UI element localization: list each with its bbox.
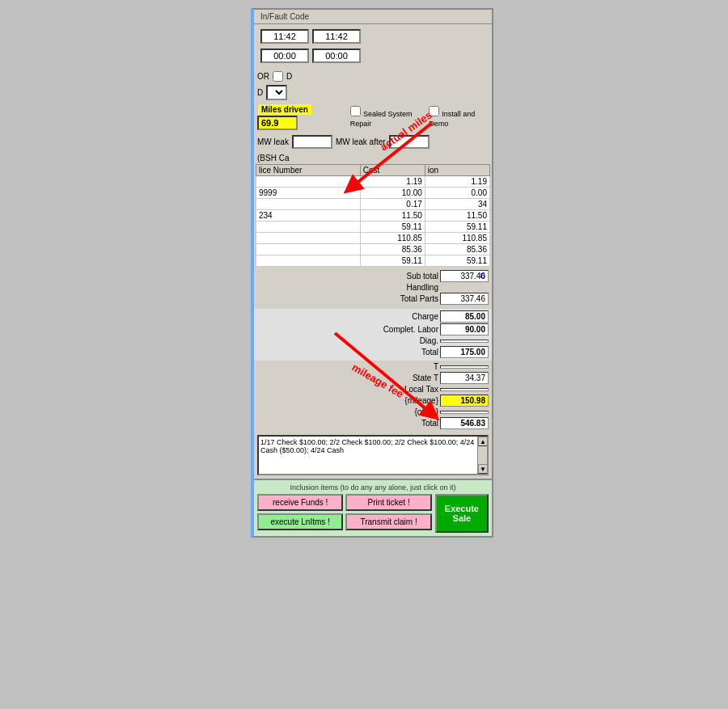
install-checkbox[interactable]: [429, 106, 439, 116]
table-row: 59.11 59.11: [256, 255, 490, 267]
payment-scrollbar[interactable]: ▲ ▼: [477, 437, 487, 474]
cell-num: [256, 199, 361, 210]
subtotal-sub-row: Sub total 337.46 D: [257, 270, 489, 282]
other-row: {other}: [257, 407, 489, 416]
parts-table: lice Number Cost ion 1.19 1.19 9999 10.0…: [256, 164, 490, 267]
t-row: T: [257, 362, 489, 371]
time-input-1[interactable]: [260, 29, 309, 44]
grand-total-value: 546.83: [440, 417, 489, 429]
mw-leak-input[interactable]: [292, 135, 332, 149]
table-row: 1.19 1.19: [256, 176, 490, 188]
other-value: [440, 411, 489, 414]
cell-val: 11.50: [425, 210, 489, 222]
diag-row: Diag.: [257, 336, 489, 345]
payment-section: 1/17 Check $100.00; 2/2 Check $100.00; 2…: [254, 433, 492, 477]
cell-num: [256, 176, 361, 188]
other-label: {other}: [374, 407, 438, 416]
tax-section: T State T 34.37 Local Tax {mileage} 150.…: [254, 361, 492, 432]
labor-total-row: Total 175.00: [257, 346, 489, 358]
execute-linitems-button[interactable]: execute LnItms !: [257, 513, 343, 530]
time-input-4[interactable]: [312, 49, 361, 63]
bottom-row: receive Funds ! Print ticket ! execute L…: [257, 494, 489, 533]
cell-cost: 110.85: [360, 233, 425, 244]
d-badge: D: [480, 272, 486, 280]
col-header-ion: ion: [425, 165, 489, 176]
complete-labor-label: Complet. Labor: [358, 325, 438, 334]
scroll-up-button[interactable]: ▲: [478, 437, 488, 446]
fault-code-label: In/Fault Code: [257, 11, 489, 22]
cell-val: 59.11: [425, 255, 489, 267]
table-row: 9999 10.00 0.00: [256, 188, 490, 199]
print-ticket-button[interactable]: Print ticket !: [345, 494, 431, 511]
handling-value: [440, 287, 489, 289]
table-section: lice Number Cost ion 1.19 1.19 9999 10.0…: [254, 164, 492, 268]
state-tax-value: 34.37: [440, 372, 489, 384]
cell-num: 9999: [256, 188, 361, 199]
mileage-value: 150.98: [440, 395, 489, 407]
receive-funds-button[interactable]: receive Funds !: [257, 494, 343, 511]
cell-val: 59.11: [425, 222, 489, 233]
time-section: [254, 24, 492, 70]
or-label: OR: [257, 72, 269, 81]
bsh-label: (BSH Ca: [257, 154, 289, 162]
mw-leak-after-input[interactable]: [389, 135, 430, 149]
col-header-num: lice Number: [256, 165, 361, 176]
col-header-cost: Cost: [360, 165, 425, 176]
miles-section: Miles driven Sealed System Repair Instal…: [254, 102, 492, 133]
miles-label: Miles driven: [257, 103, 312, 116]
grand-total-row: Total 546.83: [257, 417, 489, 429]
time-input-2[interactable]: [312, 29, 361, 44]
complete-labor-value: 90.00: [440, 323, 489, 336]
execute-sale-button[interactable]: Execute Sale: [435, 494, 489, 533]
mileage-label: {mileage}: [374, 396, 438, 405]
d-label-1: D: [286, 72, 292, 81]
miles-input[interactable]: [257, 116, 298, 130]
t-value: [440, 365, 489, 369]
id-select[interactable]: [266, 85, 287, 100]
state-tax-label: State T: [374, 373, 438, 382]
cell-val: 34: [425, 199, 489, 210]
table-row: 234 11.50 11.50: [256, 210, 490, 222]
payment-text: 1/17 Check $100.00; 2/2 Check $100.00; 2…: [257, 435, 489, 475]
cell-cost: 1.19: [360, 176, 425, 188]
total-parts-label: Total Parts: [374, 294, 438, 303]
cell-val: 0.00: [425, 188, 489, 199]
cell-cost: 59.11: [360, 222, 425, 233]
or-checkbox[interactable]: [273, 71, 283, 82]
complete-labor-row: Complet. Labor 90.00: [257, 323, 489, 336]
cell-num: [256, 255, 361, 267]
header-section: In/Fault Code: [254, 10, 492, 24]
id-row: D: [254, 83, 492, 102]
mw-leak-label: MW leak: [257, 137, 289, 146]
time-input-3[interactable]: [260, 49, 309, 63]
table-row: 110.85 110.85: [256, 233, 490, 244]
handling-row: Handling: [257, 283, 489, 292]
total-parts-value: 337.46: [440, 293, 489, 305]
subtotals-section: Sub total 337.46 D Handling Total Parts …: [254, 268, 492, 307]
cell-num: [256, 233, 361, 244]
local-tax-row: Local Tax: [257, 385, 489, 394]
cell-num: 234: [256, 210, 361, 222]
total-parts-row: Total Parts 337.46: [257, 293, 489, 305]
table-row: 59.11 59.11: [256, 222, 490, 233]
transmit-claim-button[interactable]: Transmit claim !: [345, 513, 431, 530]
labor-total-value: 175.00: [440, 346, 489, 358]
d-label-2: D: [257, 88, 263, 97]
diag-value: [440, 340, 489, 343]
table-row: 0.17 34: [256, 199, 490, 210]
local-tax-value-empty: [440, 388, 489, 391]
cell-val: 110.85: [425, 233, 489, 244]
cell-val: 85.36: [425, 244, 489, 255]
cell-cost: 11.50: [360, 210, 425, 222]
mileage-row: {mileage} 150.98: [257, 395, 489, 407]
sealed-checkbox[interactable]: [350, 106, 361, 116]
cell-val: 1.19: [425, 176, 489, 188]
cell-cost: 10.00: [360, 188, 425, 199]
mw-leak-after-label: MW leak after: [336, 137, 386, 146]
mw-row: MW leak MW leak after: [254, 133, 492, 150]
bsh-row: (BSH Ca: [254, 152, 492, 164]
diag-label: Diag.: [358, 336, 438, 345]
main-panel: In/Fault Code OR D D: [251, 8, 493, 538]
scroll-down-button[interactable]: ▼: [478, 464, 488, 474]
bottom-section: Inclusion items (to do any any alone, ju…: [254, 479, 492, 536]
